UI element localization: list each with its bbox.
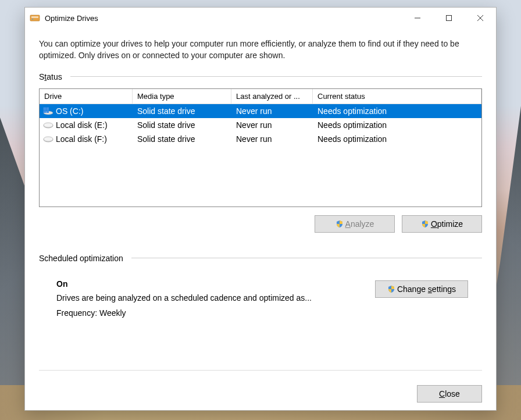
window-title: Optimize Drives [45, 14, 98, 23]
column-header-status[interactable]: Current status [313, 89, 481, 104]
svg-rect-11 [47, 110, 49, 113]
drive-last: Never run [231, 120, 313, 130]
analyze-label: Analyze [345, 219, 374, 229]
footer: Close [25, 378, 496, 410]
drive-status: Needs optimization [313, 120, 481, 130]
scheduled-label: Scheduled optimization [39, 254, 131, 263]
minimize-button[interactable] [402, 8, 433, 29]
drive-icon [43, 121, 53, 129]
column-header-media[interactable]: Media type [133, 89, 231, 104]
drive-row[interactable]: OS (C:) Solid state drive Never run Need… [40, 104, 481, 118]
column-header-last[interactable]: Last analyzed or ... [231, 89, 313, 104]
drive-list[interactable]: Drive Media type Last analyzed or ... Cu… [39, 88, 482, 207]
drive-media: Solid state drive [133, 106, 231, 116]
drive-last: Never run [231, 106, 313, 116]
drive-icon [43, 135, 53, 143]
status-label: Status [39, 72, 70, 81]
shield-icon [421, 220, 429, 228]
close-button[interactable]: Close [417, 385, 482, 403]
scheduled-section-header: Scheduled optimization [39, 254, 482, 263]
close-window-button[interactable] [465, 8, 496, 29]
change-settings-label: Change settings [397, 284, 456, 294]
drive-media: Solid state drive [133, 120, 231, 130]
scheduled-frequency: Frequency: Weekly [56, 308, 482, 318]
drive-status: Needs optimization [313, 134, 481, 144]
intro-text: You can optimize your drives to help you… [39, 38, 482, 62]
svg-rect-10 [44, 110, 47, 113]
optimize-label: Optimize [431, 219, 463, 229]
drive-list-header[interactable]: Drive Media type Last analyzed or ... Cu… [40, 89, 481, 104]
close-label: Close [439, 389, 460, 398]
svg-rect-9 [47, 107, 49, 110]
drive-name: OS (C:) [56, 106, 83, 116]
svg-rect-4 [447, 16, 452, 21]
svg-point-2 [32, 19, 33, 20]
drive-name: Local disk (F:) [56, 134, 107, 144]
drive-name: Local disk (E:) [56, 120, 108, 130]
shield-icon [336, 220, 344, 228]
optimize-button[interactable]: Optimize [402, 215, 482, 233]
analyze-button[interactable]: Analyze [315, 215, 395, 233]
svg-point-13 [44, 123, 53, 127]
status-section-header: Status [39, 72, 482, 81]
optimize-drives-window: Optimize Drives You can optimize your dr… [24, 7, 497, 411]
app-icon [30, 13, 40, 23]
change-settings-button[interactable]: Change settings [375, 280, 468, 298]
drive-icon [43, 107, 53, 115]
maximize-button[interactable] [433, 8, 465, 29]
svg-rect-1 [31, 16, 38, 18]
drive-media: Solid state drive [133, 134, 231, 144]
drive-last: Never run [231, 134, 313, 144]
drive-row[interactable]: Local disk (E:) Solid state drive Never … [40, 118, 481, 132]
column-header-drive[interactable]: Drive [40, 89, 133, 104]
titlebar: Optimize Drives [25, 8, 496, 29]
shield-icon [387, 285, 395, 293]
svg-rect-8 [44, 107, 47, 110]
drive-status: Needs optimization [313, 106, 481, 116]
drive-row[interactable]: Local disk (F:) Solid state drive Never … [40, 132, 481, 146]
svg-point-15 [44, 137, 53, 141]
